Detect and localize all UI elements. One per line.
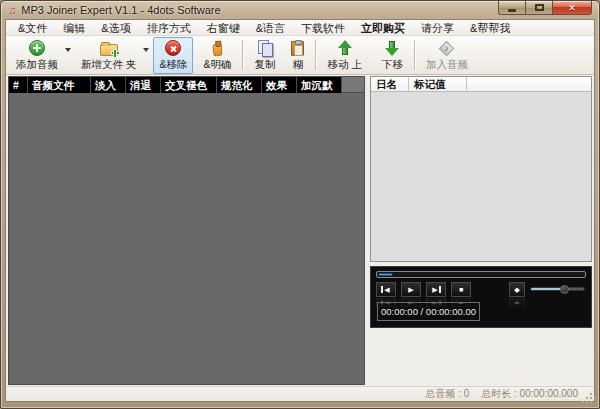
play-icon: ▶	[408, 286, 413, 293]
tag-list-area[interactable]	[371, 92, 591, 261]
column-header-effects[interactable]: 效果	[262, 77, 297, 93]
next-button[interactable]: ▶	[426, 282, 446, 297]
column-header-silence[interactable]: 加沉默	[297, 77, 342, 93]
move-up-button[interactable]: 移动 上	[321, 37, 367, 74]
volume-icon: ◆	[514, 286, 519, 294]
column-header-fadeout[interactable]: 消退	[126, 77, 161, 93]
add-audio-dropdown-icon[interactable]	[65, 48, 71, 52]
new-folder-dropdown-icon[interactable]	[143, 48, 149, 52]
volume-thumb[interactable]	[560, 285, 569, 294]
move-up-icon	[338, 40, 352, 57]
add-audio-button[interactable]: 添加音频	[10, 37, 64, 74]
copy-icon	[257, 40, 273, 57]
window-title: MP3 Joiner Expert V1.1 - 4dots Software	[21, 4, 220, 16]
play-button[interactable]: ▶	[401, 282, 421, 297]
toolbar-separator	[242, 40, 243, 70]
status-bar: 总音频 : 0 总时长 : 00:00:00.000	[6, 386, 594, 401]
menu-edit[interactable]: 编辑	[55, 20, 93, 36]
move-down-button[interactable]: 下移	[376, 37, 409, 74]
menu-options[interactable]: &选项	[93, 20, 138, 36]
paste-icon	[291, 40, 304, 57]
file-table-header-filler	[342, 77, 364, 93]
maximize-button[interactable]	[526, 1, 553, 15]
clear-icon	[213, 40, 222, 57]
close-icon: ✕	[568, 3, 576, 13]
remove-button[interactable]: &移除	[153, 37, 193, 74]
column-header-crossfade[interactable]: 交叉褪色	[161, 77, 217, 93]
column-header-fadein[interactable]: 淡入	[91, 77, 126, 93]
previous-button[interactable]: ◀	[376, 282, 396, 297]
clear-label: &明确	[203, 58, 231, 72]
column-header-normalize[interactable]: 规范化	[217, 77, 262, 93]
stop-icon: ■	[459, 286, 463, 293]
add-audio-label: 添加音频	[16, 58, 58, 72]
paste-button[interactable]: 糊	[285, 37, 310, 74]
close-button[interactable]: ✕	[553, 1, 592, 15]
column-header-tag-name[interactable]: 日名	[371, 77, 409, 91]
clear-button[interactable]: &明确	[197, 37, 237, 74]
minimize-icon	[508, 9, 516, 12]
column-header-tag-value[interactable]: 标记值	[409, 77, 467, 91]
tag-list: 日名 标记值	[370, 76, 592, 262]
copy-button[interactable]: 复制	[248, 37, 281, 74]
column-header-file[interactable]: 音频文件	[28, 77, 91, 93]
seek-thumb[interactable]	[378, 273, 393, 276]
volume-slider[interactable]	[530, 287, 585, 291]
new-folder-label: 新增文件 夹	[81, 58, 136, 72]
maximize-icon	[535, 4, 544, 11]
menu-download[interactable]: 下载软件	[293, 20, 353, 36]
toolbar-separator	[414, 40, 415, 70]
menu-sort[interactable]: 排序方式	[139, 20, 199, 36]
toolbar: 添加音频 新增文件 夹 &移除 &明确 复制	[6, 36, 594, 75]
resize-grip[interactable]	[583, 390, 592, 399]
paste-label: 糊	[293, 58, 304, 72]
move-down-icon	[385, 40, 399, 57]
app-icon: ♫	[8, 5, 16, 16]
join-audio-label: 加入音频	[426, 58, 468, 72]
add-audio-icon	[29, 40, 45, 57]
file-table-header: # 音频文件 淡入 消退 交叉褪色 规范化 效果 加沉默	[9, 77, 364, 93]
main-content: # 音频文件 淡入 消退 交叉褪色 规范化 效果 加沉默 日名 标记值	[6, 75, 594, 386]
join-audio-icon: ♪	[439, 40, 455, 57]
mute-button-reflection: ◆	[509, 298, 525, 307]
new-folder-icon	[100, 40, 118, 57]
menu-bar: &文件 编辑 &选项 排序方式 右窗键 &语言 下载软件 立即购买 请分享 &帮…	[6, 20, 594, 36]
previous-icon: ◀	[384, 286, 389, 293]
menu-help[interactable]: &帮帮我	[462, 20, 518, 36]
tag-table-header: 日名 标记值	[371, 77, 591, 92]
total-audio-status: 总音频 : 0	[425, 387, 469, 401]
menu-share[interactable]: 请分享	[413, 20, 462, 36]
remove-icon	[165, 40, 181, 57]
remove-label: &移除	[159, 58, 187, 72]
copy-label: 复制	[254, 58, 275, 72]
join-audio-button[interactable]: ♪ 加入音频	[420, 37, 474, 74]
right-panel-empty-area	[370, 328, 592, 385]
move-down-label: 下移	[382, 58, 403, 72]
seek-bar[interactable]	[376, 271, 586, 278]
new-folder-button[interactable]: 新增文件 夹	[75, 37, 142, 74]
next-icon: ▶	[432, 286, 437, 293]
menu-rightclick[interactable]: 右窗键	[199, 20, 248, 36]
app-window: ♫ MP3 Joiner Expert V1.1 - 4dots Softwar…	[0, 0, 600, 409]
column-header-index[interactable]: #	[9, 77, 28, 93]
mute-button[interactable]: ◆	[509, 282, 525, 297]
audio-player: ◀ ▶ ▶ ■ ◀ ▶ ▶ ■ ◆ ◆	[370, 266, 592, 328]
right-panel: 日名 标记值 ◀ ▶ ▶ ■	[370, 76, 592, 385]
time-display: 00:00:00 / 00:00:00.00	[377, 302, 480, 321]
total-duration-status: 总时长 : 00:00:00.000	[481, 387, 578, 401]
menu-file[interactable]: &文件	[10, 20, 55, 36]
stop-button[interactable]: ■	[451, 282, 471, 297]
toolbar-separator	[315, 40, 316, 70]
menu-buy-now[interactable]: 立即购买	[353, 20, 413, 36]
title-bar[interactable]: ♫ MP3 Joiner Expert V1.1 - 4dots Softwar…	[1, 1, 599, 19]
move-up-label: 移动 上	[327, 58, 361, 72]
audio-file-list: # 音频文件 淡入 消退 交叉褪色 规范化 效果 加沉默	[8, 76, 365, 385]
minimize-button[interactable]	[498, 1, 526, 15]
menu-language[interactable]: &语言	[248, 20, 293, 36]
file-list-area[interactable]	[9, 93, 364, 384]
